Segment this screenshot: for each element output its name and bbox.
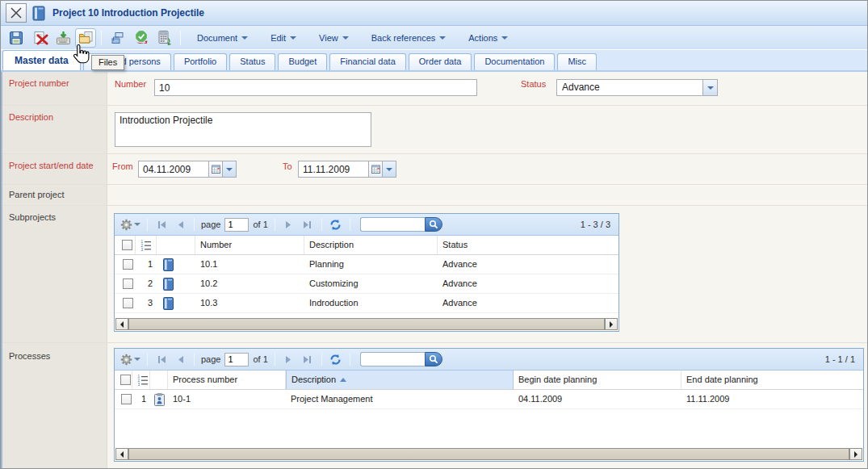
status-dropdown-button[interactable]: [702, 80, 717, 95]
svg-text:3: 3: [141, 247, 144, 250]
from-date-dropdown-button[interactable]: [223, 161, 237, 178]
column-header-description-sorted[interactable]: Description: [286, 371, 514, 389]
grid-search-button[interactable]: [425, 217, 442, 232]
scroll-left-button[interactable]: [115, 448, 128, 460]
refresh-button[interactable]: [329, 352, 343, 366]
scroll-right-button[interactable]: [605, 318, 618, 330]
project-number-input[interactable]: [154, 79, 477, 96]
scroll-right-button[interactable]: [849, 448, 862, 460]
cell-status: Advance: [438, 294, 619, 312]
tab-budget[interactable]: Budget: [278, 53, 327, 70]
process-clipboard-icon: [154, 393, 165, 406]
from-calendar-button[interactable]: [209, 161, 223, 178]
row-checkbox[interactable]: [121, 394, 132, 404]
cell-status: Advance: [438, 255, 619, 274]
approve-status-button[interactable]: [131, 28, 152, 48]
search-icon: [429, 354, 438, 364]
select-all-checkbox[interactable]: [120, 375, 131, 385]
svg-text:3: 3: [138, 382, 140, 385]
prev-page-icon: [177, 220, 184, 229]
numbered-list-icon: 123: [137, 375, 149, 386]
next-page-button[interactable]: [282, 352, 296, 366]
row-number-column-header[interactable]: 123: [136, 236, 157, 254]
last-page-button[interactable]: [300, 352, 315, 366]
first-page-button[interactable]: [154, 352, 169, 366]
menu-view-label: View: [319, 33, 338, 43]
table-row[interactable]: 2 10.2 Customizing Advance: [115, 274, 619, 294]
menubar: Document Edit View Back references Actio…: [195, 30, 509, 46]
to-date-dropdown-button[interactable]: [383, 161, 396, 178]
refresh-button[interactable]: [329, 217, 343, 232]
tab-financial-data[interactable]: Financial data: [329, 53, 406, 70]
scroll-left-button[interactable]: [115, 318, 128, 330]
from-date-input[interactable]: [138, 161, 209, 178]
menu-document[interactable]: Document: [195, 30, 249, 46]
icon-column-header[interactable]: [150, 371, 168, 389]
grid-search: [360, 352, 442, 366]
next-page-button[interactable]: [282, 217, 296, 232]
calculate-button[interactable]: [154, 28, 175, 48]
sidebar-cell: Processes: [2, 343, 107, 469]
table-row[interactable]: 1 10-1 Project Management 04.11.2009 11.…: [115, 390, 863, 409]
menu-actions[interactable]: Actions: [467, 30, 509, 46]
menu-edit[interactable]: Edit: [269, 30, 298, 46]
first-page-button[interactable]: [154, 217, 169, 232]
table-row[interactable]: 3 10.3 Indroduction Advance: [115, 294, 619, 313]
tab-master-data[interactable]: Master data: [2, 50, 81, 70]
next-page-icon: [285, 220, 292, 229]
column-header-begin-date[interactable]: Begin date planning: [514, 371, 681, 389]
cell-end-date: 11.11.2009: [681, 390, 863, 408]
column-header-description[interactable]: Description: [304, 236, 438, 254]
grid-settings-button[interactable]: [120, 217, 140, 232]
prev-page-button[interactable]: [173, 352, 187, 366]
first-page-icon: [157, 355, 166, 364]
column-header-status[interactable]: Status: [438, 236, 619, 254]
grid-search-button[interactable]: [425, 352, 442, 366]
table-row[interactable]: 1 10.1 Planning Advance: [115, 255, 619, 274]
tab-order-data[interactable]: Order data: [409, 53, 472, 70]
tab-status[interactable]: Status: [229, 53, 275, 70]
page-input[interactable]: [224, 218, 249, 232]
subprojects-grid-toolbar: page of 1: [115, 214, 619, 236]
scrollbar-thumb[interactable]: [128, 318, 605, 330]
select-all-header[interactable]: [115, 236, 136, 254]
last-page-button[interactable]: [300, 217, 315, 232]
menu-view[interactable]: View: [317, 30, 350, 46]
search-icon: [429, 220, 438, 229]
delete-button[interactable]: [30, 28, 51, 48]
page-input[interactable]: [224, 353, 249, 366]
row-checkbox[interactable]: [123, 298, 133, 308]
record-count: 1 - 1 / 1: [825, 354, 858, 364]
tab-portfolio[interactable]: Portfolio: [174, 53, 227, 70]
grid-settings-button[interactable]: [120, 352, 140, 366]
delete-icon: [33, 31, 48, 45]
select-all-checkbox[interactable]: [122, 240, 132, 250]
save-button[interactable]: [6, 28, 27, 48]
grid-search-input[interactable]: [360, 217, 425, 232]
row-checkbox[interactable]: [123, 259, 133, 270]
prev-page-button[interactable]: [173, 217, 187, 232]
description-textarea[interactable]: Introduction Projectile: [115, 112, 371, 147]
menu-back-references[interactable]: Back references: [370, 30, 447, 46]
to-calendar-button[interactable]: [369, 161, 383, 178]
select-all-header[interactable]: [115, 371, 132, 389]
files-button[interactable]: [75, 28, 96, 48]
column-header-process-number[interactable]: Process number: [168, 371, 286, 389]
row-checkbox[interactable]: [123, 278, 133, 289]
to-date-input[interactable]: [298, 161, 369, 178]
sidebar-label-project-number: Project number: [9, 78, 69, 88]
scrollbar-thumb[interactable]: [128, 448, 849, 460]
tab-documentation[interactable]: Documentation: [474, 53, 555, 70]
tab-misc[interactable]: Misc: [557, 53, 597, 70]
column-header-end-date[interactable]: End date planning: [681, 371, 863, 389]
chevron-down-icon: [439, 36, 446, 40]
row-number-column-header[interactable]: 123: [132, 371, 150, 389]
import-button[interactable]: [52, 28, 73, 48]
column-header-number[interactable]: Number: [195, 236, 304, 254]
record-count: 1 - 3 / 3: [581, 220, 614, 229]
status-select[interactable]: Advance: [556, 79, 718, 96]
grid-search-input[interactable]: [360, 352, 425, 366]
workflow-button[interactable]: [107, 28, 128, 48]
close-button[interactable]: [6, 3, 27, 23]
icon-column-header[interactable]: [157, 236, 195, 254]
